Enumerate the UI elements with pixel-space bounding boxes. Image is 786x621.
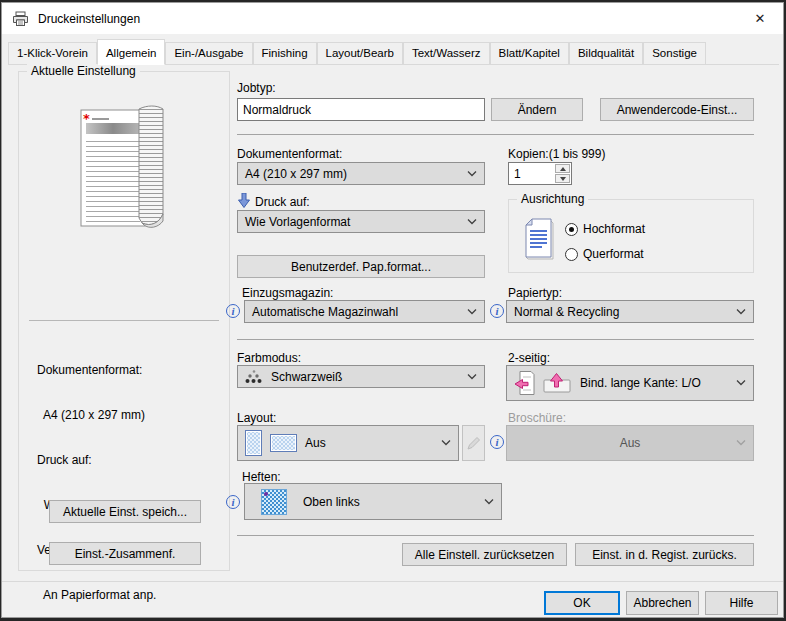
ausrichtung-group: Ausrichtung Hochformat Querformat — [508, 199, 754, 273]
close-button[interactable]: ✕ — [745, 8, 775, 29]
tab-blatt-kapitel[interactable]: Blatt/Kapitel — [490, 42, 569, 64]
farbmodus-select[interactable]: Schwarzweiß — [237, 365, 485, 388]
section-divider — [237, 134, 754, 135]
tab-ein-ausgabe[interactable]: Ein-/Ausgabe — [165, 42, 252, 64]
heften-select[interactable]: Oben links — [244, 483, 502, 520]
jobtyp-label: Jobtyp: — [237, 81, 276, 95]
arrow-down-icon — [560, 177, 566, 181]
summary-line: Dokumentenformat: — [37, 363, 164, 378]
dokumentenformat-label: Dokumentenformat: — [237, 147, 342, 161]
zweiseitig-value: Bind. lange Kante: L/O — [580, 376, 701, 390]
settings-summary-button[interactable]: Einst.-Zusammenf. — [49, 542, 201, 565]
zweiseitig-label: 2-seitig: — [508, 351, 550, 365]
chevron-down-icon — [441, 440, 451, 446]
cancel-button[interactable]: Abbrechen — [626, 591, 699, 615]
hochformat-radio[interactable] — [565, 223, 578, 236]
chevron-down-icon — [467, 171, 477, 177]
layout-landscape-page-icon — [270, 434, 297, 452]
footer-divider — [2, 581, 783, 582]
arrow-up-icon — [560, 167, 566, 171]
info-icon[interactable]: i — [226, 304, 240, 318]
left-panel-divider — [29, 320, 219, 321]
heften-label: Heften: — [242, 470, 281, 484]
current-settings-group: Aktuelle Einstellung * — [18, 71, 230, 571]
tab-text-wasserz[interactable]: Text/Wasserz — [403, 42, 490, 64]
spin-up-button[interactable] — [555, 164, 570, 173]
title-bar: Druckeinstellungen ✕ — [2, 3, 783, 34]
settings-preview-image: * — [71, 102, 171, 238]
einzugsmagazin-label: Einzugsmagazin: — [242, 286, 333, 300]
layout-portrait-page-icon — [245, 430, 262, 456]
reset-register-settings-button[interactable]: Einst. in d. Regist. zurücks. — [575, 543, 754, 566]
info-glyph: i — [495, 436, 498, 448]
layout-select[interactable]: Aus — [237, 425, 459, 461]
querformat-radio[interactable] — [565, 248, 578, 261]
tab-1-klick-vorein[interactable]: 1-Klick-Vorein — [8, 42, 97, 64]
papiertyp-label: Papiertyp: — [508, 286, 562, 300]
usercode-settings-button[interactable]: Anwendercode-Einst... — [600, 98, 754, 121]
kopien-label: Kopien:(1 bis 999) — [508, 147, 605, 161]
info-icon[interactable]: i — [490, 435, 504, 449]
print-preferences-dialog: Druckeinstellungen ✕ 1-Klick-Vorein Allg… — [1, 2, 784, 618]
window-title: Druckeinstellungen — [38, 12, 140, 26]
printer-icon — [12, 11, 29, 27]
heften-value: Oben links — [303, 495, 360, 509]
chevron-down-icon — [736, 440, 746, 446]
druck-auf-value: Wie Vorlagenformat — [245, 215, 350, 229]
summary-line: An Papierformat anp. — [37, 588, 164, 603]
section-divider — [237, 535, 754, 536]
farbmodus-value: Schwarzweiß — [271, 370, 342, 384]
einzugsmagazin-value: Automatische Magazinwahl — [252, 305, 398, 319]
portrait-page-icon — [522, 218, 554, 260]
section-divider — [237, 339, 754, 340]
info-icon[interactable]: i — [226, 495, 240, 509]
tab-strip: 1-Klick-Vorein Allgemein Ein-/Ausgabe Fi… — [8, 39, 779, 65]
querformat-option[interactable]: Querformat — [565, 247, 644, 261]
ausrichtung-group-title: Ausrichtung — [517, 192, 588, 206]
druck-auf-select[interactable]: Wie Vorlagenformat — [237, 210, 485, 233]
spin-down-button[interactable] — [555, 174, 570, 183]
dokumentenformat-select[interactable]: A4 (210 x 297 mm) — [237, 162, 485, 185]
tab-sonstige[interactable]: Sonstige — [643, 42, 706, 64]
settings-summary: Dokumentenformat: A4 (210 x 297 mm) Druc… — [37, 333, 164, 621]
jobtyp-change-button[interactable]: Ändern — [491, 98, 583, 121]
farbmodus-label: Farbmodus: — [237, 351, 301, 365]
pencil-icon — [467, 436, 481, 450]
chevron-down-icon — [467, 309, 477, 315]
reset-all-settings-button[interactable]: Alle Einstell. zurücksetzen — [402, 543, 567, 566]
halftone-dots-icon — [245, 369, 263, 384]
kopien-input[interactable] — [509, 163, 554, 184]
kopien-spin-buttons — [554, 163, 571, 184]
duplex-flip-page-icon — [514, 370, 535, 397]
tab-allgemein[interactable]: Allgemein — [97, 39, 166, 65]
summary-line: Druck auf: — [37, 453, 164, 468]
layout-edit-button[interactable] — [462, 425, 485, 461]
info-icon[interactable]: i — [490, 304, 504, 318]
hochformat-option[interactable]: Hochformat — [565, 222, 645, 236]
close-icon: ✕ — [755, 11, 766, 26]
zweiseitig-select[interactable]: Bind. lange Kante: L/O — [506, 365, 754, 401]
broschuere-select[interactable]: Aus — [506, 425, 754, 461]
ok-button[interactable]: OK — [544, 591, 620, 615]
help-button[interactable]: Hilfe — [705, 591, 778, 615]
broschuere-value: Aus — [620, 436, 641, 450]
current-settings-group-title: Aktuelle Einstellung — [27, 64, 140, 78]
layout-value: Aus — [305, 436, 326, 450]
summary-line: A4 (210 x 297 mm) — [37, 408, 164, 423]
info-glyph: i — [231, 305, 234, 317]
tab-bildqualitaet[interactable]: Bildqualität — [569, 42, 643, 64]
chevron-down-icon — [467, 374, 477, 380]
duplex-long-edge-icon — [543, 372, 572, 394]
hochformat-label: Hochformat — [583, 222, 645, 236]
save-current-settings-button[interactable]: Aktuelle Einst. speich... — [49, 500, 201, 523]
einzugsmagazin-select[interactable]: Automatische Magazinwahl — [244, 300, 485, 323]
jobtyp-input[interactable] — [237, 98, 485, 121]
papiertyp-select[interactable]: Normal & Recycling — [506, 300, 754, 323]
chevron-down-icon — [736, 309, 746, 315]
kopien-stepper — [508, 162, 572, 185]
tab-layout-bearb[interactable]: Layout/Bearb — [317, 42, 403, 64]
tab-finishing[interactable]: Finishing — [253, 42, 317, 64]
broschuere-label: Broschüre: — [508, 411, 566, 425]
custom-paper-size-button[interactable]: Benutzerdef. Pap.format... — [237, 255, 485, 278]
scale-down-arrow-icon — [238, 193, 250, 208]
